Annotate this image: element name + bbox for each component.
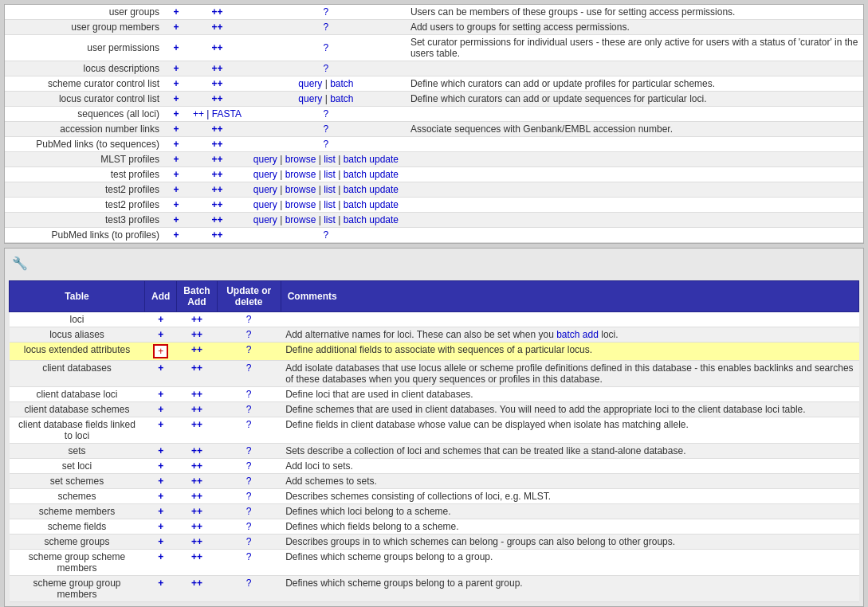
- add-button-red[interactable]: +: [153, 344, 168, 358]
- config-row-update[interactable]: ?: [217, 489, 281, 504]
- top-row-add[interactable]: +: [164, 35, 188, 61]
- top-row-add[interactable]: +: [164, 76, 188, 92]
- top-row-batch[interactable]: ++: [188, 76, 246, 92]
- top-row-name: accession number links: [5, 122, 164, 137]
- config-row-update[interactable]: ?: [217, 576, 281, 602]
- top-row-query[interactable]: query | browse | list | batch update: [246, 152, 406, 167]
- config-row-update[interactable]: ?: [217, 459, 281, 474]
- config-row-batch[interactable]: ++: [177, 535, 217, 550]
- top-row-comment: [406, 182, 863, 198]
- config-row-batch[interactable]: ++: [177, 459, 217, 474]
- config-row-batch[interactable]: ++: [177, 550, 217, 576]
- config-row-add[interactable]: +: [145, 535, 177, 550]
- top-row-query[interactable]: query | browse | list | batch update: [246, 182, 406, 198]
- top-row-batch[interactable]: ++: [188, 213, 246, 228]
- config-row-update[interactable]: ?: [217, 550, 281, 576]
- top-row-batch[interactable]: ++: [188, 35, 246, 61]
- top-row-add[interactable]: +: [164, 228, 188, 243]
- config-row-add[interactable]: +: [145, 550, 177, 576]
- top-row-query[interactable]: query | browse | list | batch update: [246, 167, 406, 182]
- config-row-add[interactable]: +: [145, 459, 177, 474]
- config-row-batch[interactable]: ++: [177, 343, 217, 361]
- top-row-query[interactable]: query | batch: [246, 92, 406, 107]
- top-row-add[interactable]: +: [164, 61, 188, 76]
- top-row-batch[interactable]: ++: [188, 20, 246, 35]
- config-row-update[interactable]: ?: [217, 504, 281, 519]
- top-row-query[interactable]: ?: [246, 107, 406, 122]
- config-row-update[interactable]: ?: [217, 343, 281, 361]
- config-row-batch[interactable]: ++: [177, 489, 217, 504]
- top-row-batch[interactable]: ++: [188, 137, 246, 152]
- top-row-add[interactable]: +: [164, 107, 188, 122]
- config-row-update[interactable]: ?: [217, 312, 281, 327]
- top-row-add[interactable]: +: [164, 152, 188, 167]
- top-row-batch[interactable]: ++: [188, 228, 246, 243]
- config-row-comment: Add schemes to sets.: [281, 474, 858, 489]
- config-row-add[interactable]: +: [145, 417, 177, 444]
- top-row-add[interactable]: +: [164, 167, 188, 182]
- top-row-query[interactable]: ?: [246, 20, 406, 35]
- config-row-update[interactable]: ?: [217, 535, 281, 550]
- config-row-add[interactable]: +: [145, 474, 177, 489]
- config-row-batch[interactable]: ++: [177, 444, 217, 459]
- top-row-batch[interactable]: ++: [188, 152, 246, 167]
- top-row-add[interactable]: +: [164, 213, 188, 228]
- top-row-batch[interactable]: ++: [188, 5, 246, 20]
- top-row-batch[interactable]: ++: [188, 122, 246, 137]
- config-row-add[interactable]: +: [145, 402, 177, 417]
- config-row-batch[interactable]: ++: [177, 402, 217, 417]
- config-row-update[interactable]: ?: [217, 327, 281, 343]
- top-row-name: test profiles: [5, 167, 164, 182]
- top-row-query[interactable]: ?: [246, 35, 406, 61]
- config-row-batch[interactable]: ++: [177, 387, 217, 402]
- top-row-query[interactable]: ?: [246, 61, 406, 76]
- config-row-add[interactable]: +: [145, 489, 177, 504]
- top-row-query[interactable]: ?: [246, 137, 406, 152]
- config-row-add[interactable]: +: [145, 343, 177, 361]
- config-row-add[interactable]: +: [145, 519, 177, 535]
- config-row-add[interactable]: +: [145, 327, 177, 343]
- top-row-batch[interactable]: ++ | FASTA: [188, 107, 246, 122]
- top-row-add[interactable]: +: [164, 20, 188, 35]
- config-row-update[interactable]: ?: [217, 444, 281, 459]
- top-row-batch[interactable]: ++: [188, 198, 246, 213]
- config-row-add[interactable]: +: [145, 361, 177, 387]
- top-row-query[interactable]: query | browse | list | batch update: [246, 198, 406, 213]
- config-row-batch[interactable]: ++: [177, 576, 217, 602]
- top-row-add[interactable]: +: [164, 5, 188, 20]
- top-row-query[interactable]: ?: [246, 5, 406, 20]
- top-row-query[interactable]: ?: [246, 228, 406, 243]
- top-row-add[interactable]: +: [164, 182, 188, 198]
- config-row-add[interactable]: +: [145, 444, 177, 459]
- top-row-comment: Add users to groups for setting access p…: [406, 20, 863, 35]
- top-row-batch[interactable]: ++: [188, 182, 246, 198]
- top-row-add[interactable]: +: [164, 198, 188, 213]
- config-row-batch[interactable]: ++: [177, 519, 217, 535]
- config-row-add[interactable]: +: [145, 312, 177, 327]
- config-row-batch[interactable]: ++: [177, 312, 217, 327]
- top-row-batch[interactable]: ++: [188, 61, 246, 76]
- config-row-batch[interactable]: ++: [177, 361, 217, 387]
- config-row-batch[interactable]: ++: [177, 327, 217, 343]
- top-row-add[interactable]: +: [164, 92, 188, 107]
- config-row-add[interactable]: +: [145, 576, 177, 602]
- config-row-update[interactable]: ?: [217, 361, 281, 387]
- top-row-add[interactable]: +: [164, 122, 188, 137]
- config-row-update[interactable]: ?: [217, 519, 281, 535]
- config-row-batch[interactable]: ++: [177, 504, 217, 519]
- config-row-update[interactable]: ?: [217, 387, 281, 402]
- top-row-query[interactable]: query | browse | list | batch update: [246, 213, 406, 228]
- config-row-batch[interactable]: ++: [177, 474, 217, 489]
- config-row-add[interactable]: +: [145, 504, 177, 519]
- top-row-comment: [406, 152, 863, 167]
- top-row-add[interactable]: +: [164, 137, 188, 152]
- config-row-update[interactable]: ?: [217, 417, 281, 444]
- config-row-update[interactable]: ?: [217, 474, 281, 489]
- top-row-query[interactable]: ?: [246, 122, 406, 137]
- config-row-batch[interactable]: ++: [177, 417, 217, 444]
- top-row-batch[interactable]: ++: [188, 167, 246, 182]
- config-row-add[interactable]: +: [145, 387, 177, 402]
- config-row-update[interactable]: ?: [217, 402, 281, 417]
- top-row-batch[interactable]: ++: [188, 92, 246, 107]
- top-row-query[interactable]: query | batch: [246, 76, 406, 92]
